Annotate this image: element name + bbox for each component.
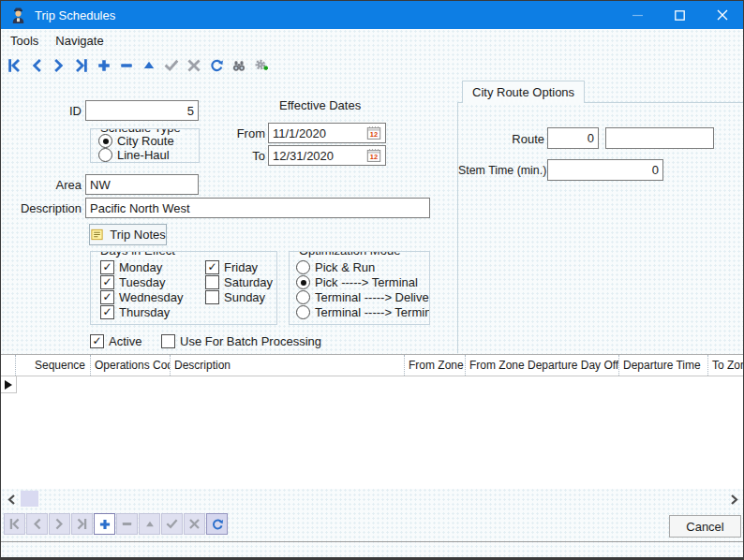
checkbox-wednesday[interactable]: Wednesday xyxy=(100,290,183,304)
nav-delete-icon[interactable] xyxy=(116,513,138,535)
schedule-detail-grid[interactable]: Sequence Operations Code Description Fro… xyxy=(1,354,744,489)
prior-record-icon[interactable] xyxy=(28,57,45,74)
binoculars-icon[interactable] xyxy=(231,57,247,74)
radio-line-haul[interactable]: Line-Haul xyxy=(98,148,170,162)
grid-horizontal-scrollbar xyxy=(1,489,744,508)
cancel-button[interactable]: Cancel xyxy=(669,515,741,538)
menu-tools[interactable]: Tools xyxy=(8,32,40,50)
area-field[interactable]: NW xyxy=(85,174,199,195)
checkbox-tuesday[interactable]: Tuesday xyxy=(100,275,165,289)
checkbox-icon xyxy=(161,334,175,348)
menu-navigate[interactable]: Navigate xyxy=(53,32,105,50)
grid-col-operations-code: Operations Code xyxy=(91,355,171,376)
menu-bar: Tools Navigate xyxy=(1,29,743,52)
edit-record-icon[interactable] xyxy=(141,57,157,74)
from-label: From xyxy=(216,126,265,140)
nav-prior-icon[interactable] xyxy=(26,513,48,535)
route-label: Route xyxy=(490,132,544,146)
trip-notes-button[interactable]: Trip Notes xyxy=(89,224,167,245)
optimization-mode-title: Optimization Mode xyxy=(296,251,403,258)
checkbox-active[interactable]: Active xyxy=(90,334,141,348)
checkbox-icon xyxy=(100,290,114,304)
route-number-field[interactable]: 0 xyxy=(547,127,599,149)
checkbox-use-for-batch[interactable]: Use For Batch Processing xyxy=(161,334,321,348)
grid-col-from-zone: From Zone xyxy=(405,355,466,376)
checkbox-monday[interactable]: Monday xyxy=(100,260,162,274)
schedule-type-group: Schedule Type City Route Line-Haul xyxy=(90,128,200,163)
nav-post-icon[interactable] xyxy=(161,513,183,535)
effective-dates-title: Effective Dates xyxy=(279,98,361,112)
to-label: To xyxy=(216,149,265,163)
id-field[interactable]: 5 xyxy=(85,100,199,121)
cancel-edit-icon[interactable] xyxy=(186,57,202,74)
days-in-effect-title: Days in Effect xyxy=(97,251,178,258)
radio-icon xyxy=(98,134,112,148)
last-record-icon[interactable] xyxy=(73,57,90,74)
radio-terminal-delivery[interactable]: Terminal -----> Delivery xyxy=(296,290,430,304)
svg-text:12: 12 xyxy=(370,153,378,161)
radio-icon xyxy=(296,260,310,274)
scrollbar-thumb[interactable] xyxy=(21,491,38,507)
checkbox-thursday[interactable]: Thursday xyxy=(100,305,170,319)
post-edit-icon[interactable] xyxy=(163,57,180,74)
insert-record-icon[interactable] xyxy=(96,57,112,74)
radio-city-route[interactable]: City Route xyxy=(98,134,174,148)
radio-icon xyxy=(296,305,310,319)
svg-text:12: 12 xyxy=(370,130,378,139)
to-date-field[interactable]: 12/31/2020 12 xyxy=(268,145,386,166)
nav-cancel-icon[interactable] xyxy=(184,513,205,535)
grid-col-description: Description xyxy=(171,355,405,376)
nav-refresh-icon[interactable] xyxy=(206,513,228,535)
nav-edit-icon[interactable] xyxy=(139,513,160,535)
from-date-field[interactable]: 11/1/2020 12 xyxy=(268,123,386,143)
driver-icon xyxy=(9,7,27,24)
checkbox-icon xyxy=(205,290,219,304)
grid-col-from-zone-departure-day-offset: From Zone Departure Day Offset xyxy=(466,355,619,376)
route-name-field[interactable] xyxy=(605,127,714,149)
optimization-mode-group: Optimization Mode Pick & Run Pick ----->… xyxy=(289,251,430,325)
stem-time-field[interactable]: 0 xyxy=(547,159,663,181)
checkbox-friday[interactable]: Friday xyxy=(205,260,258,274)
checkbox-sunday[interactable]: Sunday xyxy=(205,290,265,304)
radio-terminal-terminal[interactable]: Terminal -----> Terminal xyxy=(296,305,430,319)
scroll-right-icon[interactable] xyxy=(726,492,741,507)
row-arrow-icon xyxy=(5,380,12,390)
grid-current-row-indicator xyxy=(1,376,17,393)
grid-selector-header xyxy=(1,355,16,376)
close-button[interactable] xyxy=(701,1,743,29)
radio-icon xyxy=(296,275,310,289)
delete-record-icon[interactable] xyxy=(118,57,135,74)
gear-add-icon[interactable] xyxy=(253,57,270,74)
nav-last-icon[interactable] xyxy=(71,513,93,535)
radio-pick-terminal[interactable]: Pick -----> Terminal xyxy=(296,275,418,289)
next-record-icon[interactable] xyxy=(51,57,67,74)
nav-first-icon[interactable] xyxy=(4,513,25,535)
trip-schedules-window: Trip Schedules Tools Navigate xyxy=(0,0,744,560)
maximize-button[interactable] xyxy=(659,1,701,29)
radio-icon xyxy=(98,148,112,162)
first-record-icon[interactable] xyxy=(6,57,22,74)
db-navigator xyxy=(4,513,228,535)
calendar-icon[interactable]: 12 xyxy=(366,125,381,140)
description-field[interactable]: Pacific North West xyxy=(85,198,430,218)
radio-pick-and-run[interactable]: Pick & Run xyxy=(296,260,375,274)
scroll-left-icon[interactable] xyxy=(4,492,19,507)
grid-col-sequence: Sequence xyxy=(16,355,91,376)
grid-col-departure-time: Departure Time xyxy=(619,355,708,376)
radio-icon xyxy=(296,290,310,304)
minimize-button[interactable] xyxy=(617,1,659,29)
title-bar: Trip Schedules xyxy=(1,1,743,29)
notes-icon xyxy=(90,228,104,242)
stem-time-label: Stem Time (min.) xyxy=(458,164,546,177)
checkbox-icon xyxy=(100,305,114,319)
checkbox-saturday[interactable]: Saturday xyxy=(205,275,273,289)
nav-next-icon[interactable] xyxy=(49,513,70,535)
area-label: Area xyxy=(29,178,82,192)
description-label: Description xyxy=(5,201,82,215)
id-label: ID xyxy=(38,104,82,118)
tab-city-route-options[interactable]: City Route Options xyxy=(462,81,585,103)
checkbox-icon xyxy=(205,260,219,274)
calendar-icon[interactable]: 12 xyxy=(366,148,381,163)
refresh-icon[interactable] xyxy=(208,57,225,74)
nav-insert-icon[interactable] xyxy=(94,513,115,535)
